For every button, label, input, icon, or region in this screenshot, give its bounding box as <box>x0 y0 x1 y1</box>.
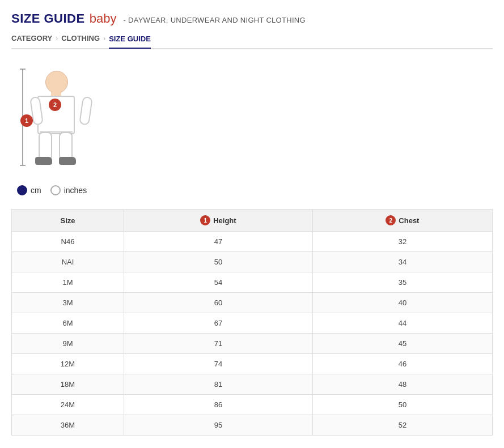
cell-height: 54 <box>124 272 313 293</box>
table-header-row: Size 1 Height 2 Chest <box>12 210 493 232</box>
table-row: 18M8148 <box>12 374 493 395</box>
cell-height: 74 <box>124 354 313 374</box>
page-wrapper: SIZE GUIDE baby - DAYWEAR, UNDERWEAR AND… <box>0 0 504 447</box>
cell-chest: 44 <box>312 313 492 334</box>
table-row: 24M8650 <box>12 395 493 415</box>
cell-chest: 52 <box>312 415 492 436</box>
table-row: 36M9552 <box>12 415 493 436</box>
baby-figure: 1 2 <box>27 66 95 168</box>
cell-size: 36M <box>12 415 124 436</box>
cell-size: 3M <box>12 293 124 313</box>
breadcrumb-category[interactable]: CATEGORY <box>11 34 52 42</box>
breadcrumb: CATEGORY › CLOTHING › SIZE GUIDE <box>11 34 493 49</box>
col-chest-marker: 2 <box>386 215 396 225</box>
cell-height: 67 <box>124 313 313 334</box>
table-row: 1M5435 <box>12 272 493 293</box>
size-table: Size 1 Height 2 Chest N464732NAI50341M54… <box>11 209 493 436</box>
col-header-size: Size <box>12 210 124 232</box>
figure-image-wrapper: 1 2 <box>17 66 108 168</box>
cell-chest: 32 <box>312 232 492 252</box>
cell-chest: 40 <box>312 293 492 313</box>
cell-chest: 48 <box>312 374 492 395</box>
breadcrumb-sep-1: › <box>56 35 58 42</box>
col-height-marker: 1 <box>200 215 210 225</box>
table-row: 6M6744 <box>12 313 493 334</box>
cell-chest: 45 <box>312 334 492 354</box>
page-title-main: SIZE GUIDE <box>11 11 85 26</box>
cell-size: 1M <box>12 272 124 293</box>
cell-size: 9M <box>12 334 124 354</box>
cell-height: 86 <box>124 395 313 415</box>
cell-size: 12M <box>12 354 124 374</box>
radio-cm[interactable] <box>17 185 27 195</box>
unit-cm-label: cm <box>31 186 41 195</box>
table-row: 3M6040 <box>12 293 493 313</box>
figure-section: 1 2 <box>17 66 493 168</box>
cell-chest: 34 <box>312 252 492 272</box>
table-row: 12M7446 <box>12 354 493 374</box>
marker-height: 1 <box>20 114 33 127</box>
breadcrumb-sep-2: › <box>103 35 105 42</box>
cell-chest: 35 <box>312 272 492 293</box>
col-header-height: 1 Height <box>124 210 313 232</box>
cell-size: 24M <box>12 395 124 415</box>
unit-toggle: cm inches <box>17 185 493 195</box>
cell-size: 18M <box>12 374 124 395</box>
col-size-label: Size <box>61 216 75 225</box>
cell-size: N46 <box>12 232 124 252</box>
cell-height: 71 <box>124 334 313 354</box>
col-chest-label: Chest <box>399 216 419 225</box>
unit-inches[interactable]: inches <box>50 185 87 195</box>
page-title-sub: baby <box>90 11 117 26</box>
cell-height: 47 <box>124 232 313 252</box>
cell-height: 81 <box>124 374 313 395</box>
cell-height: 95 <box>124 415 313 436</box>
table-row: 9M7145 <box>12 334 493 354</box>
page-title-desc: - DAYWEAR, UNDERWEAR AND NIGHT CLOTHING <box>123 16 306 24</box>
breadcrumb-size-guide[interactable]: SIZE GUIDE <box>109 35 151 49</box>
table-body: N464732NAI50341M54353M60406M67449M714512… <box>12 232 493 436</box>
cell-height: 60 <box>124 293 313 313</box>
unit-inches-label: inches <box>64 186 87 195</box>
cell-size: NAI <box>12 252 124 272</box>
unit-cm[interactable]: cm <box>17 185 41 195</box>
table-row: NAI5034 <box>12 252 493 272</box>
cell-chest: 50 <box>312 395 492 415</box>
breadcrumb-clothing[interactable]: CLOTHING <box>61 34 100 42</box>
page-title-section: SIZE GUIDE baby - DAYWEAR, UNDERWEAR AND… <box>11 11 493 26</box>
radio-inches[interactable] <box>50 185 61 195</box>
cell-height: 50 <box>124 252 313 272</box>
cell-chest: 46 <box>312 354 492 374</box>
cell-size: 6M <box>12 313 124 334</box>
marker-chest: 2 <box>49 99 61 111</box>
col-height-label: Height <box>213 216 236 225</box>
col-header-chest: 2 Chest <box>312 210 492 232</box>
table-row: N464732 <box>12 232 493 252</box>
